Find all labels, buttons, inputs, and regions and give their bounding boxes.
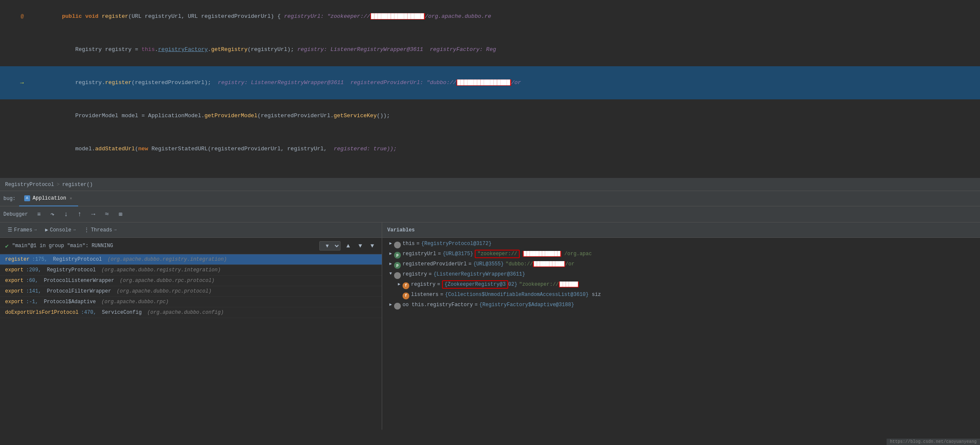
frame-line-4: :-1,	[26, 299, 38, 305]
var-item-registry-child[interactable]: ▶ f registry = {ZookeeperRegistry@3 02} …	[382, 280, 980, 290]
thread-dropdown[interactable]: ▼	[319, 241, 341, 251]
gutter-3: →	[3, 79, 29, 86]
var-value-registryurl: {URL@3175}	[442, 251, 473, 257]
var-item-listeners[interactable]: ▶ f listeners = {Collections$Unmodifiabl…	[382, 290, 980, 301]
tab-frames[interactable]: ☰ Frames →	[3, 222, 41, 238]
thread-name: "main"@1 in group "main": RUNNING	[12, 243, 113, 249]
var-icon-registryfactory	[394, 303, 401, 310]
var-name-registryurl: registryUrl	[403, 251, 436, 257]
var-name-registryfactory: oo this.registryFactory	[403, 302, 473, 308]
tab-application[interactable]: A Application ✕	[19, 191, 78, 206]
var-outline-registryurl: "zookeeper://	[475, 250, 520, 258]
var-name-providerurl: registeredProviderUrl	[403, 261, 467, 267]
var-redbox-zookeeper: {ZookeeperRegistry@3	[442, 280, 508, 289]
frame-method-1: export	[5, 267, 23, 273]
evaluate-btn[interactable]: ≈	[101, 208, 113, 220]
var-item-this[interactable]: ▶ this = {RegistryProtocol@3172}	[382, 239, 980, 250]
tab-application-label: Application	[33, 195, 66, 201]
var-tree: ▶ this = {RegistryProtocol@3172} ▶ p reg…	[382, 238, 980, 313]
frame-class-4: Protocol$Adaptive	[41, 299, 96, 305]
var-name-registry: registry	[403, 271, 427, 277]
breadcrumb-part2[interactable]: register()	[62, 182, 93, 188]
var-item-providerurl[interactable]: ▶ p registeredProviderUrl = {URL@3555} "…	[382, 260, 980, 270]
debug-content: ☰ Frames → ▶ Console → ⋮ Threads → ✔ "ma…	[0, 222, 980, 430]
frame-item-0[interactable]: register :175, RegistryProtocol (org.apa…	[0, 254, 382, 265]
threads-label: Threads	[91, 227, 112, 233]
var-item-registryurl[interactable]: ▶ p registryUrl = {URL@3175} "zookeeper:…	[382, 250, 980, 260]
var-eq-registry: =	[429, 271, 432, 277]
code-line-4: ProviderModel model = ApplicationModel.g…	[0, 99, 980, 132]
var-expand-registry-child[interactable]: ▶	[396, 282, 403, 287]
frame-class-2: ProtocolListenerWrapper	[41, 278, 114, 284]
var-value-providerurl: {URL@3555}	[473, 261, 504, 267]
code-line-5: model.addStatedUrl(new RegisterStatedURL…	[0, 132, 980, 166]
app-tab-icon: A	[24, 195, 30, 201]
frame-method-4: export	[5, 299, 23, 305]
frame-item-3[interactable]: export :141, ProtocolFilterWrapper (org.…	[0, 286, 382, 297]
variables-header: Variables	[382, 222, 980, 238]
frame-item-2[interactable]: export :60, ProtocolListenerWrapper (org…	[0, 276, 382, 286]
var-icon-p-providerurl: p	[394, 262, 401, 269]
frame-item-5[interactable]: doExportUrlsFor1Protocol :470, ServiceCo…	[0, 307, 382, 318]
thread-nav-up[interactable]: ▲	[344, 242, 352, 250]
restore-btn[interactable]: ⊞	[115, 208, 127, 220]
frame-item-1[interactable]: export :209, RegistryProtocol (org.apach…	[0, 265, 382, 276]
thread-nav-down[interactable]: ▼	[356, 242, 364, 250]
code-content-2: Registry registry = this.registryFactory…	[29, 33, 980, 66]
tab-application-close[interactable]: ✕	[69, 195, 73, 202]
frames-label: Frames	[14, 227, 32, 233]
debug-toolbar: Debugger ≡ ↷ ↓ ↑ → ≈ ⊞	[0, 206, 980, 222]
var-icon-this	[394, 242, 401, 248]
var-expand-registry[interactable]: ▼	[387, 271, 394, 276]
bug-label: bug:	[3, 196, 16, 202]
step-over-btn[interactable]: ↷	[47, 208, 59, 220]
var-outline-zookeeper: {ZookeeperRegistry@3	[442, 282, 508, 287]
code-content-6: }	[29, 166, 980, 178]
var-icon-p-registryurl: p	[394, 252, 401, 259]
var-eq-providerurl: =	[468, 261, 471, 267]
tab-threads[interactable]: ⋮ Threads →	[80, 222, 121, 238]
var-expand-this[interactable]: ▶	[387, 241, 394, 246]
var-item-registry[interactable]: ▼ registry = {ListenerRegistryWrapper@36…	[382, 270, 980, 280]
step-out-btn[interactable]: ↑	[74, 208, 86, 220]
run-cursor-btn[interactable]: →	[87, 208, 99, 220]
status-bar: https://blog.csdn.net/caoyuanyeang	[887, 439, 980, 445]
breadcrumb-part1[interactable]: RegistryProtocol	[5, 182, 54, 188]
panel-tabs: ☰ Frames → ▶ Console → ⋮ Threads →	[0, 222, 382, 238]
right-panel: Variables ▶ this = {RegistryProtocol@317…	[382, 222, 980, 430]
var-eq-listeners: =	[440, 292, 443, 298]
frames-btn[interactable]: ≡	[33, 208, 45, 220]
left-panel: ☰ Frames → ▶ Console → ⋮ Threads → ✔ "ma…	[0, 222, 382, 430]
debug-arrow: →	[20, 79, 24, 86]
var-expand-registryurl[interactable]: ▶	[387, 251, 394, 256]
var-icon-registry	[394, 272, 401, 279]
code-line-2: Registry registry = this.registryFactory…	[0, 33, 980, 66]
thread-selector: ✔ "main"@1 in group "main": RUNNING ▼ ▲ …	[0, 238, 382, 254]
var-string-providerurl: "dubbo://	[505, 261, 533, 267]
tab-console[interactable]: ▶ Console →	[41, 222, 80, 238]
code-line-1: @ public void register(URL registryUrl, …	[0, 0, 980, 33]
var-suffix-registryurl: /org.apac	[564, 251, 592, 257]
var-eq-registry-child: =	[437, 282, 440, 287]
frame-pkg-2: (org.apache.dubbo.rpc.protocol)	[117, 278, 214, 284]
thread-filter[interactable]: ▼	[368, 242, 377, 250]
frame-method-2: export	[5, 278, 23, 284]
var-eq-registryfactory: =	[475, 302, 478, 308]
var-expand-providerurl[interactable]: ▶	[387, 261, 394, 266]
var-item-registryfactory[interactable]: ▶ oo this.registryFactory = {RegistryFac…	[382, 301, 980, 311]
threads-arrow: →	[114, 228, 116, 232]
var-name-registry-child: registry	[411, 282, 436, 287]
frame-item-4[interactable]: export :-1, Protocol$Adaptive (org.apach…	[0, 297, 382, 307]
breadcrumb-bar: RegistryProtocol > register()	[0, 178, 980, 191]
var-expand-registryfactory[interactable]: ▶	[387, 302, 394, 307]
var-string-registryurl: "zookeeper:// ████████████ /org.apac	[475, 251, 591, 257]
var-value-listeners: {Collections$UnmodifiableRandomAccessLis…	[445, 292, 589, 298]
frame-list: register :175, RegistryProtocol (org.apa…	[0, 254, 382, 318]
frame-class-5: ServiceConfig	[99, 310, 142, 315]
debugger-label: Debugger	[3, 211, 28, 217]
var-suffix-providerurl: /or	[565, 261, 574, 267]
var-suffix-listeners: siz	[589, 292, 601, 298]
step-into-btn[interactable]: ↓	[60, 208, 72, 220]
var-redbox-registryurl: ████████████	[523, 251, 561, 257]
frame-line-5: :470,	[81, 310, 96, 315]
